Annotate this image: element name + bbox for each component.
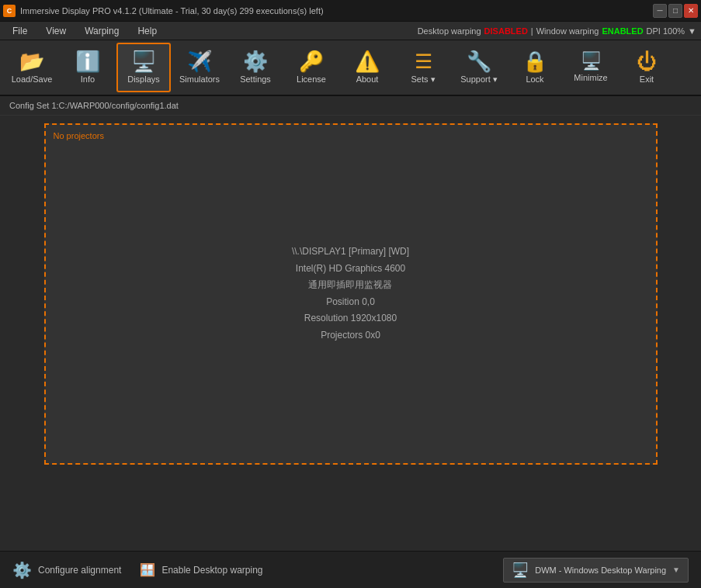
exit-label: Exit [640, 74, 654, 84]
load-save-icon: 📂 [19, 51, 44, 71]
close-window-button[interactable]: ✕ [684, 4, 698, 18]
exit-button[interactable]: ⏻ Exit [619, 43, 674, 92]
title-text: Immersive Display PRO v4.1.2 (Ultimate -… [20, 6, 324, 16]
simulators-label: Simulators [179, 74, 220, 84]
support-icon: 🔧 [467, 51, 491, 71]
support-label: Support ▾ [460, 74, 498, 85]
info-label: Info [81, 74, 95, 84]
display-line2: Intel(R) HD Graphics 4600 [292, 261, 409, 278]
lock-icon: 🔒 [522, 51, 547, 71]
window-warping-label: Window warping [536, 26, 599, 36]
no-projectors-label: No projectors [54, 131, 104, 140]
configure-label: Configure alignment [38, 565, 121, 576]
dwm-icon: 🖥️ [512, 562, 529, 579]
about-icon: ⚠️ [355, 51, 380, 71]
support-button[interactable]: 🔧 Support ▾ [452, 43, 506, 92]
display-line1: \\.\DISPLAY1 [Primary] [WD] [292, 244, 409, 261]
minimize-window-button[interactable]: ─ [653, 4, 667, 18]
license-button[interactable]: 🔑 License [284, 43, 338, 92]
configure-icon: ⚙️ [12, 561, 32, 579]
menu-bar: File View Warping Help Desktop warping D… [0, 22, 701, 40]
displays-label: Displays [127, 74, 160, 84]
sets-button[interactable]: ☰ Sets ▾ [396, 43, 450, 92]
minimize-label: Minimize [574, 73, 607, 82]
info-icon: ℹ️ [75, 51, 100, 71]
simulators-icon: ✈️ [187, 51, 212, 71]
breadcrumb: Config Set 1:C:/WARP000/config/config1.d… [0, 96, 701, 116]
bottom-left: ⚙️ Configure alignment 🪟 Enable Desktop … [12, 561, 262, 579]
separator: | [531, 26, 533, 36]
license-label: License [297, 74, 326, 84]
display-line3: 通用即插即用监视器 [292, 277, 409, 294]
breadcrumb-text: Config Set 1:C:/WARP000/config/config1.d… [9, 101, 179, 110]
status-bar-top: Desktop warping DISABLED | Window warpin… [168, 26, 696, 36]
dwm-label: DWM - Windows Desktop Warping [535, 566, 666, 575]
exit-icon: ⏻ [637, 51, 657, 71]
display-line4: Position 0,0 [292, 294, 409, 311]
display-line5: Resolution 1920x1080 [292, 311, 409, 328]
toolbar: 📂 Load/Save ℹ️ Info 🖥️ Displays ✈️ Simul… [0, 40, 701, 96]
content-area: File View Warping Help Desktop warping D… [0, 22, 701, 588]
title-bar-controls: ─ □ ✕ [653, 4, 698, 18]
desktop-warping-label: Desktop warping [418, 26, 481, 36]
bottom-bar: ⚙️ Configure alignment 🪟 Enable Desktop … [0, 551, 701, 588]
info-button[interactable]: ℹ️ Info [61, 43, 115, 92]
configure-alignment-button[interactable]: ⚙️ Configure alignment [12, 561, 121, 579]
window-warping-status: ENABLED [602, 26, 643, 36]
app-icon: C [3, 5, 16, 17]
main-content: No projectors \\.\DISPLAY1 [Primary] [WD… [0, 116, 701, 588]
sets-label: Sets ▾ [411, 74, 435, 85]
enable-desktop-warping-button[interactable]: 🪟 Enable Desktop warping [140, 562, 262, 577]
dpi-info: DPI 100% [647, 26, 685, 36]
menu-warping[interactable]: Warping [77, 24, 127, 38]
load-save-button[interactable]: 📂 Load/Save [5, 43, 59, 92]
simulators-button[interactable]: ✈️ Simulators [172, 43, 227, 92]
display-canvas: No projectors \\.\DISPLAY1 [Primary] [WD… [44, 123, 658, 465]
displays-icon: 🖥️ [131, 51, 156, 71]
menu-file[interactable]: File [5, 24, 35, 38]
desktop-warping-icon: 🪟 [140, 562, 155, 577]
desktop-warping-status: DISABLED [484, 26, 528, 36]
lock-button[interactable]: 🔒 Lock [508, 43, 562, 92]
sets-icon: ☰ [415, 51, 432, 71]
license-icon: 🔑 [299, 51, 324, 71]
menu-view[interactable]: View [38, 24, 74, 38]
minimize-icon: 🖥️ [581, 53, 602, 70]
load-save-label: Load/Save [12, 74, 53, 84]
settings-icon: ⚙️ [243, 51, 268, 71]
menu-help[interactable]: Help [130, 24, 165, 38]
settings-label: Settings [240, 74, 271, 84]
maximize-window-button[interactable]: □ [668, 4, 682, 18]
enable-desktop-label: Enable Desktop warping [161, 565, 262, 576]
display-line6: Projectors 0x0 [292, 327, 409, 344]
display-info: \\.\DISPLAY1 [Primary] [WD] Intel(R) HD … [292, 244, 409, 344]
lock-label: Lock [526, 74, 543, 84]
minimize-button[interactable]: 🖥️ Minimize [564, 43, 618, 92]
title-bar-left: C Immersive Display PRO v4.1.2 (Ultimate… [3, 5, 324, 17]
displays-button[interactable]: 🖥️ Displays [116, 43, 171, 92]
settings-button[interactable]: ⚙️ Settings [228, 43, 283, 92]
status-arrow-icon[interactable]: ▼ [688, 26, 696, 36]
dwm-button[interactable]: 🖥️ DWM - Windows Desktop Warping ▼ [503, 558, 689, 583]
title-bar: C Immersive Display PRO v4.1.2 (Ultimate… [0, 0, 701, 22]
bottom-right: 🖥️ DWM - Windows Desktop Warping ▼ [503, 558, 689, 583]
about-button[interactable]: ⚠️ About [340, 43, 394, 92]
dwm-arrow-icon: ▼ [672, 566, 680, 574]
app-wrapper: C Immersive Display PRO v4.1.2 (Ultimate… [0, 0, 701, 588]
about-label: About [356, 74, 379, 84]
